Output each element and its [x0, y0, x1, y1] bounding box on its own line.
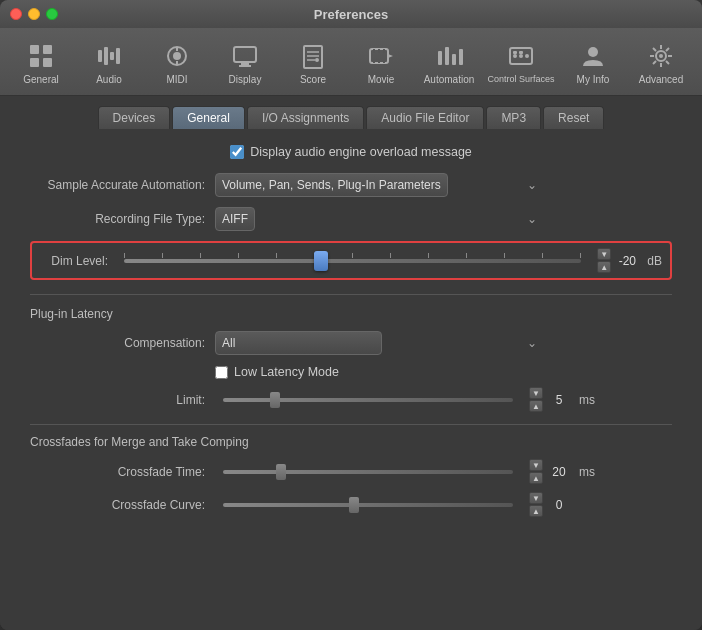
svg-rect-13 — [241, 62, 249, 65]
svg-rect-5 — [104, 47, 108, 65]
movie-icon — [365, 40, 397, 72]
divider-1 — [30, 294, 672, 295]
recording-file-type-row: Recording File Type: AIFF WAV CAF — [30, 207, 672, 231]
svg-rect-1 — [43, 45, 52, 54]
crossfade-time-row: Crossfade Time: ▼ ▲ 20 ms — [30, 459, 672, 484]
toolbar-item-advanced[interactable]: Advanced — [629, 36, 693, 89]
svg-point-9 — [173, 52, 181, 60]
preferences-window: Preferences General — [0, 0, 702, 630]
svg-line-48 — [653, 61, 656, 64]
toolbar-item-midi[interactable]: MIDI — [145, 36, 209, 89]
svg-rect-7 — [116, 48, 120, 64]
sample-accurate-row: Sample Accurate Automation: Volume, Pan,… — [30, 173, 672, 197]
dim-level-row: Dim Level: — [30, 241, 672, 280]
svg-point-19 — [315, 58, 319, 62]
crossfade-time-spinner: ▼ ▲ 20 ms — [529, 459, 595, 484]
control-surfaces-icon — [505, 40, 537, 72]
crossfade-time-thumb[interactable] — [276, 464, 286, 480]
svg-point-33 — [513, 54, 517, 58]
toolbar-item-my-info[interactable]: My Info — [561, 36, 625, 89]
crossfade-curve-up-btn[interactable]: ▲ — [529, 505, 543, 517]
crossfade-curve-row: Crossfade Curve: ▼ ▲ 0 — [30, 492, 672, 517]
svg-rect-0 — [30, 45, 39, 54]
toolbar-item-audio[interactable]: Audio — [77, 36, 141, 89]
svg-rect-31 — [459, 49, 463, 65]
limit-thumb[interactable] — [270, 392, 280, 408]
toolbar-item-display[interactable]: Display — [213, 36, 277, 89]
limit-track[interactable] — [223, 398, 513, 402]
general-icon — [25, 40, 57, 72]
display-overload-checkbox[interactable] — [230, 145, 244, 159]
tab-audio-file-editor[interactable]: Audio File Editor — [366, 106, 484, 129]
close-button[interactable] — [10, 8, 22, 20]
minimize-button[interactable] — [28, 8, 40, 20]
svg-rect-2 — [30, 58, 39, 67]
compensation-row: Compensation: All Audio and Instrument T… — [30, 331, 672, 355]
crossfade-curve-value: 0 — [547, 498, 571, 512]
limit-unit: ms — [579, 393, 595, 407]
recording-file-type-label: Recording File Type: — [30, 212, 215, 226]
crossfade-curve-label: Crossfade Curve: — [30, 498, 215, 512]
svg-rect-30 — [452, 54, 456, 65]
low-latency-checkbox[interactable] — [215, 366, 228, 379]
crossfade-time-label: Crossfade Time: — [30, 465, 215, 479]
toolbar-label-general: General — [23, 74, 59, 85]
svg-point-40 — [659, 54, 663, 58]
crossfade-curve-track[interactable] — [223, 503, 513, 507]
dim-level-track[interactable] — [124, 259, 581, 263]
limit-up-btn[interactable]: ▲ — [529, 400, 543, 412]
dim-level-down-btn[interactable]: ▼ — [597, 248, 611, 260]
toolbar-item-score[interactable]: Score — [281, 36, 345, 89]
dim-level-unit: dB — [647, 254, 662, 268]
toolbar-label-midi: MIDI — [166, 74, 187, 85]
recording-file-type-select[interactable]: AIFF WAV CAF — [215, 207, 255, 231]
toolbar-label-control-surfaces: Control Surfaces — [487, 74, 554, 84]
sample-accurate-select[interactable]: Volume, Pan, Sends, Plug-In Parameters O… — [215, 173, 448, 197]
svg-rect-26 — [378, 59, 380, 63]
tab-general[interactable]: General — [172, 106, 245, 129]
svg-rect-29 — [445, 47, 449, 65]
tab-mp3[interactable]: MP3 — [486, 106, 541, 129]
crossfade-time-up-btn[interactable]: ▲ — [529, 472, 543, 484]
toolbar-item-control-surfaces[interactable]: Control Surfaces — [485, 36, 557, 89]
display-overload-label: Display audio engine overload message — [250, 145, 472, 159]
toolbar-label-advanced: Advanced — [639, 74, 683, 85]
toolbar-label-score: Score — [300, 74, 326, 85]
dim-level-label: Dim Level: — [40, 254, 116, 268]
svg-rect-15 — [304, 46, 322, 68]
crossfade-time-track[interactable] — [223, 470, 513, 474]
tab-io-assignments[interactable]: I/O Assignments — [247, 106, 364, 129]
toolbar-item-general[interactable]: General — [9, 36, 73, 89]
svg-rect-6 — [110, 52, 114, 60]
dim-level-value: -20 — [615, 254, 639, 268]
crossfade-curve-thumb[interactable] — [349, 497, 359, 513]
compensation-select[interactable]: All Audio and Instrument Tracks None — [215, 331, 382, 355]
toolbar-label-my-info: My Info — [577, 74, 610, 85]
tab-devices[interactable]: Devices — [98, 106, 171, 129]
dim-level-up-btn[interactable]: ▲ — [597, 261, 611, 273]
svg-rect-22 — [373, 49, 375, 53]
svg-point-35 — [525, 54, 529, 58]
maximize-button[interactable] — [46, 8, 58, 20]
limit-down-btn[interactable]: ▼ — [529, 387, 543, 399]
svg-marker-21 — [388, 54, 393, 58]
svg-rect-12 — [234, 47, 256, 62]
toolbar-item-movie[interactable]: Movie — [349, 36, 413, 89]
svg-point-34 — [519, 54, 523, 58]
crossfade-curve-down-btn[interactable]: ▼ — [529, 492, 543, 504]
svg-rect-27 — [383, 59, 385, 63]
svg-rect-14 — [239, 65, 251, 67]
crossfade-time-down-btn[interactable]: ▼ — [529, 459, 543, 471]
title-bar: Preferences — [0, 0, 702, 28]
toolbar-item-automation[interactable]: Automation — [417, 36, 481, 89]
window-title: Preferences — [314, 7, 388, 22]
dim-level-thumb[interactable] — [314, 251, 328, 271]
content-area: Display audio engine overload message Sa… — [0, 129, 702, 630]
toolbar-label-display: Display — [229, 74, 262, 85]
crossfade-time-value: 20 — [547, 465, 571, 479]
tab-reset[interactable]: Reset — [543, 106, 604, 129]
toolbar-label-automation: Automation — [424, 74, 475, 85]
svg-rect-24 — [383, 49, 385, 53]
svg-point-38 — [588, 47, 598, 57]
svg-rect-25 — [373, 59, 375, 63]
